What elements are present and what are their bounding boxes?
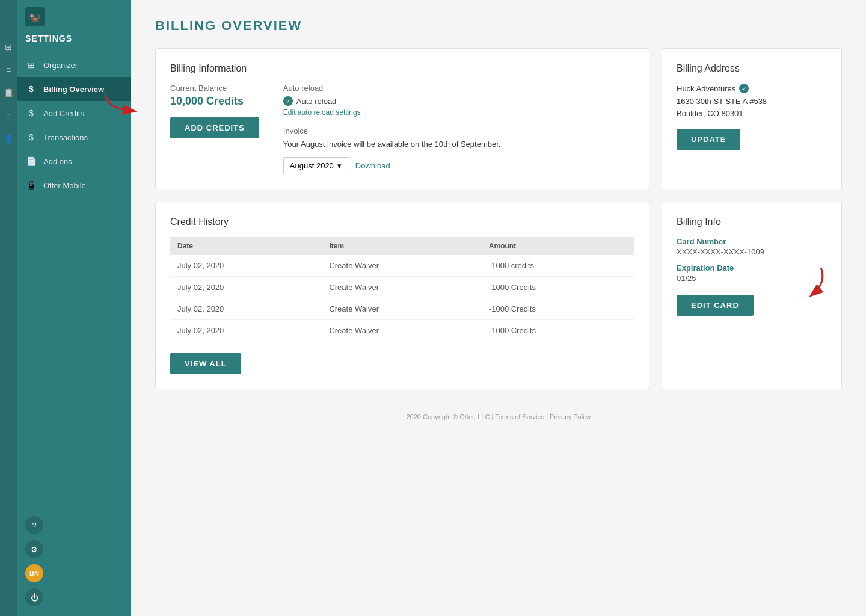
billing-info-side-card: Billing Info Card Number XXXX-XXXX-XXXX-…	[662, 202, 842, 389]
view-all-button[interactable]: VIEW ALL	[170, 353, 241, 374]
cell-item: Create Waiver	[322, 320, 481, 342]
expiration-value: 01/25	[677, 274, 827, 283]
invoice-month-value: August 2020	[290, 161, 334, 170]
logo-box: 🦦	[25, 7, 45, 26]
billing-address-card: Billing Address Huck Adventures ✓ 1630 3…	[662, 48, 842, 189]
sidebar-item-organizer[interactable]: ⊞ Organizer	[17, 53, 131, 77]
invoice-dropdown-arrow: ▾	[337, 161, 342, 170]
company-name-text: Huck Adventures	[677, 84, 735, 93]
expiration-label: Expiration Date	[677, 263, 827, 273]
billing-right: Auto reload ✓ Auto reload Edit auto relo…	[283, 84, 501, 174]
sidebar-item-billing-overview[interactable]: $ Billing Overview	[17, 77, 131, 101]
cell-date: July 02, 2020	[170, 298, 322, 320]
doc-icon[interactable]: 📋	[2, 87, 14, 99]
credit-table-header: Date Item Amount	[170, 237, 634, 255]
sidebar-item-otter-mobile-label: Otter Mobile	[43, 181, 86, 190]
sidebar-nav: ⊞ Organizer $ Billing Overview $ Add Cre…	[17, 53, 131, 507]
cell-item: Create Waiver	[322, 255, 481, 277]
col-amount: Amount	[482, 237, 634, 255]
current-balance-label: Current Balance	[170, 84, 259, 93]
add-credits-button[interactable]: Add Credits	[170, 117, 259, 138]
cell-amount: -1000 Credits	[482, 298, 634, 320]
credit-table-body: July 02, 2020 Create Waiver -1000 credit…	[170, 255, 634, 341]
top-cards-row: Billing Information Current Balance 10,0…	[155, 48, 842, 189]
main-content: BILLING OVERVIEW Billing Information Cur…	[131, 0, 866, 616]
invoice-month-select[interactable]: August 2020 ▾	[283, 157, 349, 174]
edit-card-wrapper: EDIT CARD	[677, 295, 827, 316]
auto-reload-status: ✓ Auto reload	[283, 96, 501, 106]
grid-icon[interactable]: ⊞	[2, 41, 14, 53]
add-ons-icon: 📄	[25, 155, 37, 167]
edit-card-button[interactable]: EDIT CARD	[677, 295, 754, 316]
sidebar-item-add-credits-label: Add Credits	[43, 109, 84, 118]
auto-reload-label: Auto reload	[283, 84, 501, 93]
transactions-icon: $	[25, 131, 37, 143]
check-circle-icon: ✓	[283, 96, 293, 106]
menu-icon[interactable]: ≡	[2, 64, 14, 76]
current-balance-value: 10,000 Credits	[170, 95, 259, 108]
billing-company-name: Huck Adventures ✓	[677, 84, 827, 93]
cell-item: Create Waiver	[322, 277, 481, 298]
invoice-label: Invoice	[283, 126, 501, 135]
help-icon-btn[interactable]: ?	[25, 516, 43, 534]
footer-tos-link[interactable]: Terms of Service	[495, 413, 544, 420]
card-number-label: Card Number	[677, 237, 827, 246]
address-line2: Boulder, CO 80301	[677, 109, 743, 118]
credit-history-card: Credit History Date Item Amount July 02,…	[155, 202, 650, 389]
auto-reload-status-text: Auto reload	[296, 97, 337, 106]
otter-mobile-icon: 📱	[25, 179, 37, 191]
billing-information-card: Billing Information Current Balance 10,0…	[155, 48, 650, 189]
address-line1: 1630 30th ST STE A #538	[677, 97, 767, 106]
page-title: BILLING OVERVIEW	[155, 18, 842, 34]
list-icon[interactable]: ≡	[2, 109, 14, 122]
icon-bar-top: ⊞ ≡ 📋 ≡ 👤	[2, 5, 14, 611]
download-link[interactable]: Download	[355, 161, 390, 170]
cell-amount: -1000 Credits	[482, 320, 634, 342]
sidebar-item-organizer-label: Organizer	[43, 61, 78, 70]
cell-item: Create Waiver	[322, 298, 481, 320]
power-icon-btn[interactable]: ⏻	[25, 588, 43, 606]
table-row: July 02, 2020 Create Waiver -1000 Credit…	[170, 277, 634, 298]
sidebar-item-billing-label: Billing Overview	[43, 85, 104, 94]
sidebar-item-transactions-label: Transactions	[43, 133, 88, 142]
sidebar-item-add-credits[interactable]: $ Add Credits	[17, 101, 131, 125]
col-date: Date	[170, 237, 322, 255]
billing-left: Current Balance 10,000 Credits Add Credi…	[170, 84, 259, 174]
billing-address-lines: 1630 30th ST STE A #538 Boulder, CO 8030…	[677, 96, 827, 119]
credit-history-table: Date Item Amount July 02, 2020 Create Wa…	[170, 237, 634, 341]
update-address-button[interactable]: UPDATE	[677, 129, 740, 150]
company-verified-icon: ✓	[739, 84, 749, 93]
organizer-icon: ⊞	[25, 59, 37, 71]
cell-date: July 02, 2020	[170, 320, 322, 342]
cell-date: July 02, 2020	[170, 277, 322, 298]
sidebar-title: SETTINGS	[17, 34, 131, 53]
user-icon[interactable]: 👤	[2, 132, 14, 144]
cell-date: July 02, 2020	[170, 255, 322, 277]
sidebar: 🦦 SETTINGS ⊞ Organizer $ Billing Overvie…	[17, 0, 131, 616]
edit-auto-reload-link[interactable]: Edit auto reload settings	[283, 108, 501, 117]
credit-table-header-row: Date Item Amount	[170, 237, 634, 255]
add-credits-icon: $	[25, 107, 37, 119]
sidebar-item-transactions[interactable]: $ Transactions	[17, 125, 131, 149]
footer-privacy-link[interactable]: Privacy Policy	[550, 413, 591, 420]
cell-amount: -1000 credits	[482, 255, 634, 277]
icon-bar: ⊞ ≡ 📋 ≡ 👤	[0, 0, 17, 616]
sidebar-logo: 🦦	[17, 0, 131, 34]
bottom-cards-row: Credit History Date Item Amount July 02,…	[155, 202, 842, 389]
table-row: July 02, 2020 Create Waiver -1000 Credit…	[170, 320, 634, 342]
billing-info-side-title: Billing Info	[677, 217, 827, 227]
sidebar-item-add-ons-label: Add ons	[43, 157, 72, 166]
billing-address-card-title: Billing Address	[677, 63, 827, 74]
billing-overview-icon: $	[25, 83, 37, 95]
invoice-note: Your August invoice will be available on…	[283, 139, 501, 150]
user-avatar-btn[interactable]: BN	[25, 564, 43, 582]
sidebar-item-add-ons[interactable]: 📄 Add ons	[17, 149, 131, 173]
table-row: July 02, 2020 Create Waiver -1000 credit…	[170, 255, 634, 277]
sidebar-item-otter-mobile[interactable]: 📱 Otter Mobile	[17, 173, 131, 197]
col-item: Item	[322, 237, 481, 255]
footer: 2020 Copyright © Otter, LLC | Terms of S…	[155, 401, 842, 427]
settings-icon-btn[interactable]: ⚙	[25, 540, 43, 558]
billing-info-card-title: Billing Information	[170, 63, 634, 74]
card-number-value: XXXX-XXXX-XXXX-1009	[677, 247, 827, 256]
table-row: July 02, 2020 Create Waiver -1000 Credit…	[170, 298, 634, 320]
